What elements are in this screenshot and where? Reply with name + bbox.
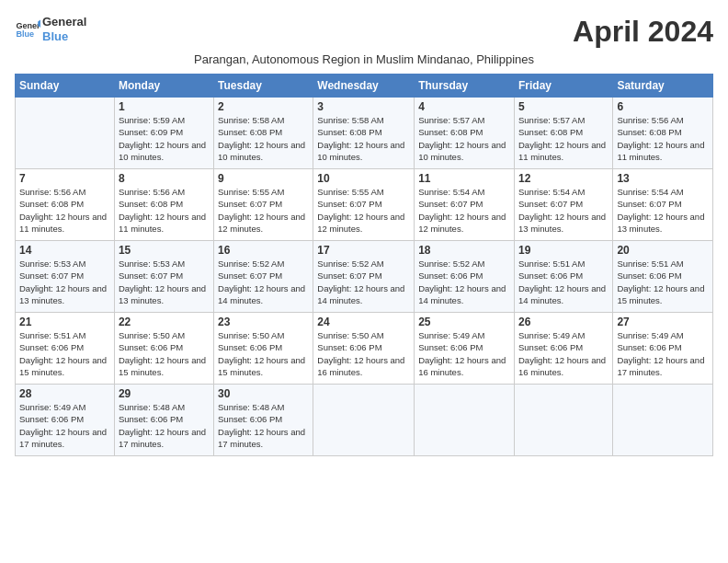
day-info: Sunrise: 5:59 AMSunset: 6:09 PMDaylight:… bbox=[119, 114, 210, 163]
day-number: 18 bbox=[418, 244, 510, 257]
calendar-cell bbox=[415, 385, 515, 456]
day-number: 23 bbox=[218, 316, 309, 328]
calendar-cell: 24Sunrise: 5:50 AMSunset: 6:06 PMDayligh… bbox=[313, 313, 415, 385]
calendar-week: 14Sunrise: 5:53 AMSunset: 6:07 PMDayligh… bbox=[16, 241, 713, 313]
header-day: Thursday bbox=[415, 75, 515, 98]
day-number: 14 bbox=[19, 244, 110, 257]
calendar-cell: 30Sunrise: 5:48 AMSunset: 6:06 PMDayligh… bbox=[214, 385, 313, 456]
day-info: Sunrise: 5:50 AMSunset: 6:06 PMDaylight:… bbox=[119, 329, 210, 378]
calendar-cell: 18Sunrise: 5:52 AMSunset: 6:06 PMDayligh… bbox=[415, 241, 515, 313]
day-info: Sunrise: 5:58 AMSunset: 6:08 PMDaylight:… bbox=[218, 114, 309, 163]
svg-text:Blue: Blue bbox=[16, 29, 34, 39]
day-info: Sunrise: 5:57 AMSunset: 6:08 PMDaylight:… bbox=[518, 114, 609, 163]
day-number: 17 bbox=[317, 244, 410, 257]
calendar-week: 28Sunrise: 5:49 AMSunset: 6:06 PMDayligh… bbox=[16, 385, 713, 456]
calendar-cell: 7Sunrise: 5:56 AMSunset: 6:08 PMDaylight… bbox=[16, 169, 115, 241]
day-number: 21 bbox=[19, 316, 110, 328]
calendar-table: SundayMondayTuesdayWednesdayThursdayFrid… bbox=[15, 74, 713, 456]
calendar-cell: 19Sunrise: 5:51 AMSunset: 6:06 PMDayligh… bbox=[514, 241, 612, 313]
day-info: Sunrise: 5:57 AMSunset: 6:08 PMDaylight:… bbox=[418, 114, 510, 163]
calendar-cell: 1Sunrise: 5:59 AMSunset: 6:09 PMDaylight… bbox=[114, 98, 213, 169]
calendar-cell: 4Sunrise: 5:57 AMSunset: 6:08 PMDaylight… bbox=[415, 98, 515, 169]
day-info: Sunrise: 5:49 AMSunset: 6:06 PMDaylight:… bbox=[617, 329, 709, 378]
calendar-cell bbox=[313, 385, 415, 456]
calendar-cell: 2Sunrise: 5:58 AMSunset: 6:08 PMDaylight… bbox=[214, 98, 313, 169]
day-number: 1 bbox=[119, 100, 210, 113]
day-info: Sunrise: 5:54 AMSunset: 6:07 PMDaylight:… bbox=[617, 186, 709, 235]
calendar-cell: 14Sunrise: 5:53 AMSunset: 6:07 PMDayligh… bbox=[16, 241, 115, 313]
day-number: 2 bbox=[218, 100, 309, 113]
header: General Blue General Blue April 2024 bbox=[15, 15, 713, 49]
day-info: Sunrise: 5:51 AMSunset: 6:06 PMDaylight:… bbox=[518, 258, 609, 306]
calendar-cell: 29Sunrise: 5:48 AMSunset: 6:06 PMDayligh… bbox=[114, 385, 213, 456]
calendar-cell: 17Sunrise: 5:52 AMSunset: 6:07 PMDayligh… bbox=[313, 241, 415, 313]
day-info: Sunrise: 5:49 AMSunset: 6:06 PMDaylight:… bbox=[418, 329, 510, 378]
day-info: Sunrise: 5:48 AMSunset: 6:06 PMDaylight:… bbox=[119, 401, 210, 450]
calendar-week: 1Sunrise: 5:59 AMSunset: 6:09 PMDaylight… bbox=[16, 98, 713, 169]
day-number: 26 bbox=[518, 316, 609, 328]
calendar-cell: 23Sunrise: 5:50 AMSunset: 6:06 PMDayligh… bbox=[214, 313, 313, 385]
day-number: 20 bbox=[617, 244, 709, 257]
day-info: Sunrise: 5:56 AMSunset: 6:08 PMDaylight:… bbox=[19, 186, 110, 235]
calendar-cell: 8Sunrise: 5:56 AMSunset: 6:08 PMDaylight… bbox=[114, 169, 213, 241]
logo: General Blue General Blue bbox=[15, 15, 86, 43]
calendar-cell: 11Sunrise: 5:54 AMSunset: 6:07 PMDayligh… bbox=[415, 169, 515, 241]
calendar-cell: 28Sunrise: 5:49 AMSunset: 6:06 PMDayligh… bbox=[16, 385, 115, 456]
day-number: 28 bbox=[19, 387, 110, 400]
day-number: 8 bbox=[119, 172, 210, 185]
day-info: Sunrise: 5:51 AMSunset: 6:06 PMDaylight:… bbox=[617, 258, 709, 306]
day-number: 11 bbox=[418, 172, 510, 185]
day-number: 13 bbox=[617, 172, 709, 185]
calendar-cell bbox=[613, 385, 713, 456]
calendar-cell: 5Sunrise: 5:57 AMSunset: 6:08 PMDaylight… bbox=[514, 98, 612, 169]
day-info: Sunrise: 5:50 AMSunset: 6:06 PMDaylight:… bbox=[218, 329, 309, 378]
day-number: 7 bbox=[19, 172, 110, 185]
calendar-cell bbox=[16, 98, 115, 169]
subtitle: Parangan, Autonomous Region in Muslim Mi… bbox=[15, 52, 713, 66]
page: General Blue General Blue April 2024 Par… bbox=[0, 0, 728, 465]
logo-line2: Blue bbox=[42, 29, 86, 44]
header-day: Sunday bbox=[16, 75, 115, 98]
day-info: Sunrise: 5:53 AMSunset: 6:07 PMDaylight:… bbox=[119, 258, 210, 306]
calendar-cell: 26Sunrise: 5:49 AMSunset: 6:06 PMDayligh… bbox=[514, 313, 612, 385]
svg-text:General: General bbox=[16, 20, 40, 29]
day-info: Sunrise: 5:48 AMSunset: 6:06 PMDaylight:… bbox=[218, 401, 309, 450]
day-info: Sunrise: 5:55 AMSunset: 6:07 PMDaylight:… bbox=[218, 186, 309, 235]
day-info: Sunrise: 5:54 AMSunset: 6:07 PMDaylight:… bbox=[418, 186, 510, 235]
day-info: Sunrise: 5:56 AMSunset: 6:08 PMDaylight:… bbox=[119, 186, 210, 235]
calendar-cell: 25Sunrise: 5:49 AMSunset: 6:06 PMDayligh… bbox=[415, 313, 515, 385]
day-number: 6 bbox=[617, 100, 709, 113]
day-info: Sunrise: 5:55 AMSunset: 6:07 PMDaylight:… bbox=[317, 186, 410, 235]
day-info: Sunrise: 5:51 AMSunset: 6:06 PMDaylight:… bbox=[19, 329, 110, 378]
header-day: Monday bbox=[114, 75, 213, 98]
calendar-week: 7Sunrise: 5:56 AMSunset: 6:08 PMDaylight… bbox=[16, 169, 713, 241]
calendar-cell: 12Sunrise: 5:54 AMSunset: 6:07 PMDayligh… bbox=[514, 169, 612, 241]
day-number: 12 bbox=[518, 172, 609, 185]
calendar-cell: 27Sunrise: 5:49 AMSunset: 6:06 PMDayligh… bbox=[613, 313, 713, 385]
calendar-cell: 22Sunrise: 5:50 AMSunset: 6:06 PMDayligh… bbox=[114, 313, 213, 385]
day-number: 19 bbox=[518, 244, 609, 257]
day-number: 30 bbox=[218, 387, 309, 400]
day-number: 10 bbox=[317, 172, 410, 185]
calendar-week: 21Sunrise: 5:51 AMSunset: 6:06 PMDayligh… bbox=[16, 313, 713, 385]
calendar-cell bbox=[514, 385, 612, 456]
day-info: Sunrise: 5:54 AMSunset: 6:07 PMDaylight:… bbox=[518, 186, 609, 235]
day-number: 27 bbox=[617, 316, 709, 328]
day-info: Sunrise: 5:58 AMSunset: 6:08 PMDaylight:… bbox=[317, 114, 410, 163]
day-info: Sunrise: 5:52 AMSunset: 6:07 PMDaylight:… bbox=[218, 258, 309, 306]
day-number: 24 bbox=[317, 316, 410, 328]
header-day: Saturday bbox=[613, 75, 713, 98]
day-number: 29 bbox=[119, 387, 210, 400]
calendar-cell: 20Sunrise: 5:51 AMSunset: 6:06 PMDayligh… bbox=[613, 241, 713, 313]
header-day: Tuesday bbox=[214, 75, 313, 98]
day-number: 15 bbox=[119, 244, 210, 257]
day-number: 16 bbox=[218, 244, 309, 257]
day-number: 3 bbox=[317, 100, 410, 113]
day-number: 5 bbox=[518, 100, 609, 113]
calendar-cell: 9Sunrise: 5:55 AMSunset: 6:07 PMDaylight… bbox=[214, 169, 313, 241]
day-info: Sunrise: 5:49 AMSunset: 6:06 PMDaylight:… bbox=[518, 329, 609, 378]
day-info: Sunrise: 5:56 AMSunset: 6:08 PMDaylight:… bbox=[617, 114, 709, 163]
calendar-cell: 6Sunrise: 5:56 AMSunset: 6:08 PMDaylight… bbox=[613, 98, 713, 169]
day-number: 22 bbox=[119, 316, 210, 328]
logo-line1: General bbox=[42, 15, 86, 29]
